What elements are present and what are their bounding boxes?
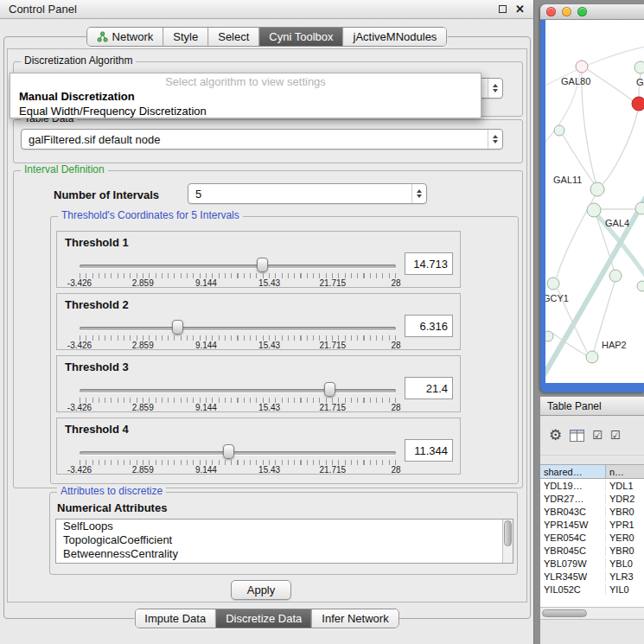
tab-style[interactable]: Style <box>163 28 207 46</box>
arrow-down-icon <box>493 140 498 143</box>
discretize-data-form: Discretization Algorithm Select algorith… <box>7 48 527 603</box>
number-of-intervals-combobox[interactable]: 5 <box>188 183 427 204</box>
tab-impute-data[interactable]: Impute Data <box>135 609 215 628</box>
network-node[interactable] <box>635 202 644 214</box>
threshold-slider[interactable]: -3.4262.8599.14415.4321.71528 <box>80 443 396 475</box>
zoom-traffic-light-icon[interactable] <box>577 7 587 16</box>
network-graph: GAL80GAGAL11GAL4GCY1HAP2 <box>545 20 644 383</box>
network-node[interactable] <box>637 281 644 291</box>
network-edge[interactable] <box>603 111 638 184</box>
apply-button[interactable]: Apply <box>231 580 291 600</box>
threshold-slider[interactable]: -3.4262.8599.14415.4321.71528 <box>80 318 396 351</box>
table-row[interactable]: YBL079WYBL0 <box>540 557 644 570</box>
column-header-shared-name[interactable]: shared… <box>540 465 606 478</box>
threshold-value-field[interactable]: 21.4 <box>405 377 453 399</box>
network-node[interactable] <box>632 97 644 111</box>
threshold-slider[interactable]: -3.4262.8599.14415.4321.71528 <box>80 256 396 289</box>
arrow-down-icon <box>493 89 498 92</box>
threshold-value-field[interactable]: 14.713 <box>405 252 453 275</box>
column-header-name[interactable]: n… <box>606 465 644 478</box>
axis-tick-label: 15.43 <box>258 341 280 350</box>
bottom-tab-bar: Impute DataDiscretize DataInfer Network <box>134 609 399 628</box>
dropdown-item-equal-width-frequency-discretization[interactable]: Equal Width/Frequency Discretization <box>10 104 481 118</box>
threshold-value-field[interactable]: 6.316 <box>405 315 453 337</box>
minimize-traffic-light-icon[interactable] <box>562 7 571 16</box>
arrow-up-icon <box>493 84 498 87</box>
axis-tick-label: -3.426 <box>67 403 92 412</box>
tab-cyni-toolbox[interactable]: Cyni Toolbox <box>258 28 342 46</box>
table-header-row: shared… n… <box>540 464 644 479</box>
combobox-stepper-icon[interactable] <box>488 130 502 149</box>
network-node-gcy1[interactable] <box>547 277 559 290</box>
network-node[interactable] <box>545 331 553 341</box>
network-node[interactable] <box>609 270 622 282</box>
table-row[interactable]: YBR043CYBR0 <box>540 505 644 518</box>
cell-name: YIL0 <box>606 584 644 595</box>
horizontal-scrollbar[interactable] <box>540 607 644 620</box>
dropdown-item-manual-discretization[interactable]: Manual Discretization <box>10 89 481 104</box>
checked-checkbox-icon[interactable]: ☑ <box>610 430 621 441</box>
network-edge[interactable] <box>587 69 633 101</box>
tab-infer-network[interactable]: Infer Network <box>311 609 398 628</box>
cell-name: YBL0 <box>606 558 644 569</box>
tab-discretize-data[interactable]: Discretize Data <box>215 609 311 628</box>
table-row[interactable]: YDR27…YDR2 <box>540 492 644 505</box>
axis-tick-label: 9.144 <box>195 465 217 475</box>
close-traffic-light-icon[interactable] <box>546 7 556 16</box>
vertical-scrollbar[interactable] <box>502 520 513 563</box>
network-node-label: GAL4 <box>605 218 629 228</box>
slider-track[interactable] <box>80 451 396 455</box>
network-node[interactable] <box>554 125 564 136</box>
table-data-combobox[interactable]: galFiltered.sif default node <box>21 129 503 150</box>
network-node-gal11[interactable] <box>590 182 604 196</box>
tab-jactivemnodules[interactable]: jActiveMNodules <box>343 28 447 46</box>
tab-select[interactable]: Select <box>207 28 258 46</box>
close-window-icon[interactable]: ✕ <box>515 3 525 15</box>
table-row[interactable]: YBR045CYBR0 <box>540 544 644 557</box>
slider-thumb[interactable] <box>223 444 234 459</box>
table-panel-header: Table Panel <box>540 396 644 416</box>
table-row[interactable]: YLR345WYLR3 <box>540 570 644 583</box>
combobox-stepper-icon[interactable] <box>488 79 502 98</box>
table-row[interactable]: YDL19…YDL1 <box>540 479 644 492</box>
table-row[interactable]: YPR145WYPR1 <box>540 518 644 531</box>
axis-tick-label: 2.859 <box>132 341 154 350</box>
network-node-gal80[interactable] <box>576 61 588 73</box>
slider-track[interactable] <box>80 265 396 268</box>
threshold-slider[interactable]: -3.4262.8599.14415.4321.71528 <box>80 380 396 413</box>
combobox-stepper-icon[interactable] <box>411 184 426 203</box>
scrollbar-thumb[interactable] <box>504 520 512 546</box>
table-row[interactable]: YER054CYER0 <box>540 531 644 544</box>
checked-checkbox-icon[interactable]: ☑ <box>592 430 603 441</box>
columns-icon[interactable] <box>570 430 584 442</box>
network-canvas[interactable]: GAL80GAGAL11GAL4GCY1HAP2 <box>545 20 644 383</box>
float-window-icon[interactable] <box>499 5 507 13</box>
network-node-hap2[interactable] <box>586 351 598 363</box>
gear-icon[interactable]: ⚙ <box>549 428 562 443</box>
attribute-item-topologicalcoefficient[interactable]: TopologicalCoefficient <box>56 533 513 547</box>
tab-network[interactable]: Network <box>87 28 163 46</box>
slider-thumb[interactable] <box>324 382 335 397</box>
interval-definition-group: Interval Definition Number of Intervals … <box>13 170 523 488</box>
network-node-gal4[interactable] <box>587 203 601 217</box>
network-window-titlebar[interactable] <box>540 4 644 20</box>
slider-thumb[interactable] <box>257 258 268 272</box>
axis-tick-label: -3.426 <box>67 341 92 350</box>
attribute-item-selfloops[interactable]: SelfLoops <box>56 520 513 533</box>
slider-thumb[interactable] <box>172 320 183 335</box>
attribute-item-betweennesscentrality[interactable]: BetweennessCentrality <box>56 547 513 561</box>
table-data-group: Table Data galFiltered.sif default node <box>13 119 523 163</box>
arrow-up-icon <box>493 135 498 138</box>
slider-track[interactable] <box>80 389 396 392</box>
threshold-coordinates-group: Threshold's Coordinates for 5 Intervals … <box>50 216 519 484</box>
interval-definition-group-title: Interval Definition <box>21 163 108 175</box>
network-node-label: GA <box>636 77 644 87</box>
table-row[interactable]: YIL052CYIL0 <box>540 583 644 596</box>
axis-tick-label: 21.715 <box>320 403 347 412</box>
threshold-value-field[interactable]: 11.344 <box>405 439 453 462</box>
network-edge[interactable] <box>582 73 596 182</box>
attributes-list-items: SelfLoopsTopologicalCoefficientBetweenne… <box>56 520 513 561</box>
network-node-ga[interactable] <box>634 61 644 73</box>
horizontal-scrollbar-thumb[interactable] <box>542 609 587 617</box>
slider-track[interactable] <box>80 327 396 330</box>
